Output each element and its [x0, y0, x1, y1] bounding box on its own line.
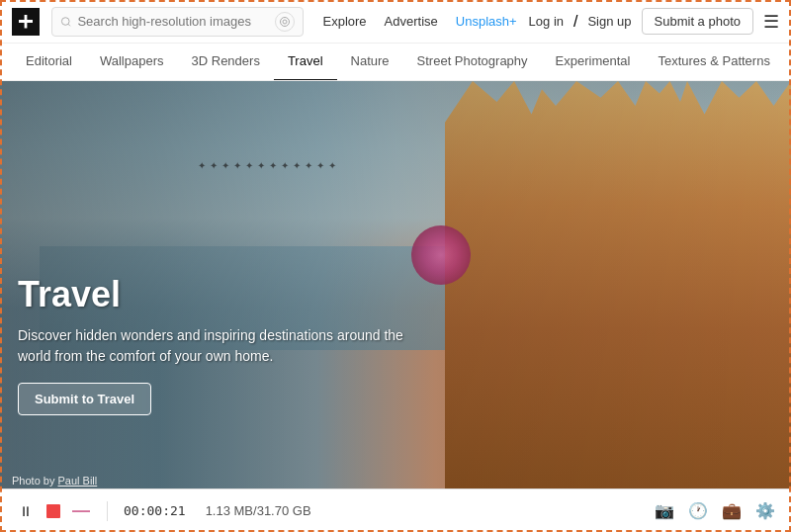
logo-icon — [19, 15, 33, 29]
nav-unsplash-plus[interactable]: Unsplash+ — [456, 14, 517, 29]
briefcase-icon[interactable]: 💼 — [722, 501, 742, 520]
search-input[interactable] — [77, 14, 268, 29]
debug-right-icons: 📷 🕐 💼 ⚙️ — [655, 501, 775, 520]
nav-login[interactable]: Log in — [529, 14, 564, 29]
tab-animals[interactable]: Animals — [784, 44, 791, 81]
nav-links: Explore Advertise Unsplash+ — [323, 14, 517, 29]
debug-toolbar: ⏸ — 00:00:21 1.13 MB/31.70 GB 📷 🕐 💼 ⚙️ — [0, 488, 791, 532]
tab-editorial[interactable]: Editorial — [12, 44, 86, 81]
clock-icon[interactable]: 🕐 — [688, 501, 708, 520]
tab-experimental[interactable]: Experimental — [542, 44, 645, 81]
camera-icon[interactable]: 📷 — [655, 501, 674, 520]
hero-section: ✦ ✦ ✦ ✦ ✦ ✦ ✦ ✦ ✦ ✦ ✦ ✦ Travel Discover … — [0, 81, 791, 494]
nav-advertise[interactable]: Advertise — [385, 14, 438, 29]
birds-decoration: ✦ ✦ ✦ ✦ ✦ ✦ ✦ ✦ ✦ ✦ ✦ ✦ — [198, 160, 376, 171]
hero-content: Travel Discover hidden wonders and inspi… — [18, 274, 433, 415]
photo-credit: Photo by Paul Bill — [12, 475, 97, 487]
minus-button[interactable]: — — [71, 501, 91, 521]
pause-button[interactable]: ⏸ — [16, 501, 36, 521]
lens-icon[interactable] — [275, 12, 295, 32]
submit-travel-topic: Travel — [98, 392, 135, 406]
hamburger-icon[interactable]: ☰ — [763, 11, 779, 33]
svg-point-0 — [61, 17, 69, 25]
tab-travel[interactable]: Travel — [274, 44, 337, 81]
hero-title: Travel — [18, 274, 433, 315]
divider-1 — [107, 501, 108, 521]
submit-photo-button[interactable]: Submit a photo — [642, 8, 753, 35]
minus-icon: — — [72, 500, 90, 521]
submit-travel-prefix: Submit to — [35, 392, 98, 406]
file-size-display: 1.13 MB/31.70 GB — [206, 503, 311, 518]
tab-textures[interactable]: Textures & Patterns — [644, 44, 783, 81]
nav-separator: / — [573, 13, 577, 31]
debug-controls: ⏸ — — [16, 501, 91, 521]
tab-wallpapers[interactable]: Wallpapers — [86, 44, 178, 81]
tab-nature[interactable]: Nature — [337, 44, 403, 81]
submit-to-travel-button[interactable]: Submit to Travel — [18, 383, 151, 415]
nav-signup[interactable]: Sign up — [587, 14, 631, 29]
tab-street-photography[interactable]: Street Photography — [403, 44, 542, 81]
stop-button[interactable] — [44, 501, 63, 521]
settings-icon[interactable]: ⚙️ — [755, 501, 775, 520]
photo-credit-author[interactable]: Paul Bill — [57, 475, 97, 487]
logo[interactable] — [12, 8, 40, 36]
tab-3d-renders[interactable]: 3D Renders — [178, 44, 274, 81]
nav-explore[interactable]: Explore — [323, 14, 367, 29]
search-bar[interactable] — [51, 7, 304, 37]
header-right: Log in / Sign up Submit a photo ☰ — [529, 8, 779, 35]
hero-description: Discover hidden wonders and inspiring de… — [18, 325, 433, 367]
svg-point-2 — [280, 17, 289, 26]
stop-icon — [46, 504, 60, 518]
svg-line-1 — [68, 24, 70, 26]
timer-display: 00:00:21 — [124, 503, 186, 518]
photo-credit-prefix: Photo by — [12, 475, 57, 487]
header: Explore Advertise Unsplash+ Log in / Sig… — [0, 0, 791, 44]
nav-tabs: Editorial Wallpapers 3D Renders Travel N… — [0, 44, 791, 81]
search-icon — [60, 15, 71, 29]
svg-point-3 — [283, 20, 287, 24]
pause-icon: ⏸ — [19, 503, 33, 519]
